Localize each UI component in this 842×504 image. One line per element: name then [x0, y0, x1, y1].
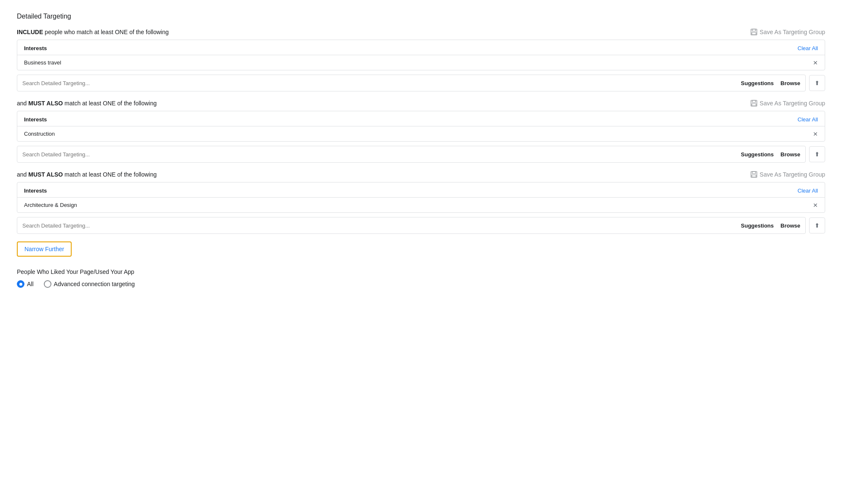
section-header-2: and MUST ALSO match at least ONE of the … — [17, 100, 825, 107]
search-input-wrapper-1: Suggestions Browse — [17, 75, 806, 91]
search-row-1: Suggestions Browse ⬆ — [17, 75, 825, 91]
save-icon-1 — [751, 29, 757, 35]
interests-box-header-1: Interests Clear All — [17, 40, 825, 55]
save-icon-3 — [751, 171, 757, 178]
section-2-bold: MUST ALSO — [28, 100, 63, 107]
save-icon-2 — [751, 100, 757, 107]
radio-option-advanced[interactable]: Advanced connection targeting — [44, 280, 135, 288]
interests-label-3: Interests — [24, 188, 47, 194]
interests-box-2: Interests Clear All Construction ✕ — [17, 111, 825, 142]
search-input-wrapper-2: Suggestions Browse — [17, 146, 806, 163]
radio-option-all[interactable]: All — [17, 280, 34, 288]
tag-row-3: Architecture & Design ✕ — [17, 198, 825, 212]
section-3-bold: MUST ALSO — [28, 171, 63, 178]
save-as-label-3: Save As Targeting Group — [760, 171, 825, 178]
radio-advanced-indicator — [44, 280, 51, 288]
narrow-further-button[interactable]: Narrow Further — [17, 241, 72, 257]
save-as-label-1: Save As Targeting Group — [760, 29, 825, 35]
tag-row-1: Business travel ✕ — [17, 55, 825, 70]
save-as-targeting-group-btn-1[interactable]: Save As Targeting Group — [751, 29, 825, 35]
search-input-1[interactable] — [22, 80, 741, 86]
section-header-1: INCLUDE people who match at least ONE of… — [17, 29, 825, 35]
svg-rect-4 — [752, 100, 756, 102]
radio-group: All Advanced connection targeting — [17, 280, 825, 288]
section-1-header-text: INCLUDE people who match at least ONE of… — [17, 29, 169, 35]
section-3-header-text: and MUST ALSO match at least ONE of the … — [17, 171, 157, 178]
svg-rect-1 — [752, 29, 756, 31]
targeting-section-2: and MUST ALSO match at least ONE of the … — [17, 100, 825, 163]
clear-all-btn-1[interactable]: Clear All — [798, 45, 818, 51]
interests-box-header-2: Interests Clear All — [17, 111, 825, 126]
interests-box-header-3: Interests Clear All — [17, 182, 825, 198]
radio-advanced-label: Advanced connection targeting — [54, 281, 135, 287]
search-actions-2: Suggestions Browse — [741, 151, 800, 158]
upload-btn-1[interactable]: ⬆ — [809, 75, 825, 91]
upload-icon-3: ⬆ — [815, 222, 820, 229]
svg-rect-8 — [752, 175, 756, 177]
remove-tag-btn-2[interactable]: ✕ — [813, 131, 818, 137]
clear-all-btn-3[interactable]: Clear All — [798, 188, 818, 194]
clear-all-btn-2[interactable]: Clear All — [798, 116, 818, 123]
interests-box-1: Interests Clear All Business travel ✕ — [17, 40, 825, 70]
svg-rect-2 — [752, 32, 756, 35]
svg-rect-7 — [752, 172, 756, 174]
save-as-label-2: Save As Targeting Group — [760, 100, 825, 107]
people-section: People Who Liked Your Page/Used Your App… — [17, 268, 825, 288]
section-1-bold: INCLUDE — [17, 29, 43, 35]
targeting-section-1: INCLUDE people who match at least ONE of… — [17, 29, 825, 91]
browse-btn-1[interactable]: Browse — [780, 80, 800, 86]
interests-label-1: Interests — [24, 45, 47, 51]
upload-icon-2: ⬆ — [815, 151, 820, 158]
search-input-3[interactable] — [22, 223, 741, 229]
interests-label-2: Interests — [24, 116, 47, 123]
upload-btn-3[interactable]: ⬆ — [809, 217, 825, 233]
radio-all-label: All — [27, 281, 34, 287]
upload-icon-1: ⬆ — [815, 80, 820, 86]
remove-tag-btn-3[interactable]: ✕ — [813, 202, 818, 208]
svg-rect-5 — [752, 104, 756, 106]
section-header-3: and MUST ALSO match at least ONE of the … — [17, 171, 825, 178]
browse-btn-3[interactable]: Browse — [780, 223, 800, 229]
search-input-2[interactable] — [22, 151, 741, 158]
browse-btn-2[interactable]: Browse — [780, 151, 800, 158]
search-row-3: Suggestions Browse ⬆ — [17, 217, 825, 234]
search-actions-1: Suggestions Browse — [741, 80, 800, 86]
radio-all-indicator — [17, 280, 24, 288]
save-as-targeting-group-btn-3[interactable]: Save As Targeting Group — [751, 171, 825, 178]
interests-box-3: Interests Clear All Architecture & Desig… — [17, 182, 825, 213]
tag-row-2: Construction ✕ — [17, 126, 825, 141]
section-2-header-text: and MUST ALSO match at least ONE of the … — [17, 100, 157, 107]
tag-label-3: Architecture & Design — [24, 202, 77, 208]
upload-btn-2[interactable]: ⬆ — [809, 146, 825, 162]
suggestions-btn-1[interactable]: Suggestions — [741, 80, 774, 86]
suggestions-btn-2[interactable]: Suggestions — [741, 151, 774, 158]
remove-tag-btn-1[interactable]: ✕ — [813, 60, 818, 66]
search-row-2: Suggestions Browse ⬆ — [17, 146, 825, 163]
save-as-targeting-group-btn-2[interactable]: Save As Targeting Group — [751, 100, 825, 107]
tag-label-2: Construction — [24, 131, 55, 137]
search-actions-3: Suggestions Browse — [741, 223, 800, 229]
tag-label-1: Business travel — [24, 59, 61, 66]
people-section-title: People Who Liked Your Page/Used Your App — [17, 268, 825, 275]
search-input-wrapper-3: Suggestions Browse — [17, 217, 806, 234]
suggestions-btn-3[interactable]: Suggestions — [741, 223, 774, 229]
page-title: Detailed Targeting — [17, 13, 825, 20]
targeting-section-3: and MUST ALSO match at least ONE of the … — [17, 171, 825, 257]
